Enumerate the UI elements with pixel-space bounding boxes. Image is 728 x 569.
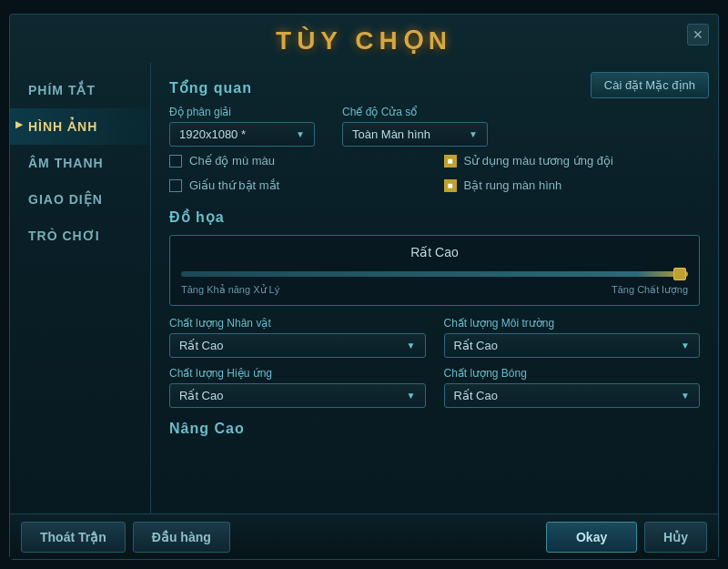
checkbox-su-dung-mau[interactable]: ■ Sử dụng màu tương ứng đội — [444, 154, 701, 168]
sidebar: PHÍM TẮT HÌNH ẢNH ÂM THANH GIAO DIỆN TRÒ… — [10, 63, 151, 516]
quality-moi-truong-label: Chất lượng Môi trường — [444, 317, 701, 330]
quality-hieu-ung-value: Rất Cao — [179, 389, 223, 402]
quality-bong: Chất lượng Bóng Rất Cao ▼ — [444, 367, 701, 408]
window-mode-group: Chế độ Cửa sổ Toàn Màn hình ▼ — [342, 106, 488, 147]
quality-moi-truong-value: Rất Cao — [454, 339, 498, 352]
quality-nhan-vat-value: Rất Cao — [179, 339, 223, 352]
quality-moi-truong-arrow-icon: ▼ — [681, 340, 690, 351]
quality-moi-truong: Chất lượng Môi trường Rất Cao ▼ — [444, 317, 701, 358]
quality-nhan-vat: Chất lượng Nhân vật Rất Cao ▼ — [169, 317, 426, 358]
quality-bong-value: Rất Cao — [454, 389, 498, 402]
quality-nhan-vat-dropdown[interactable]: Rất Cao ▼ — [169, 333, 426, 358]
slider-left-label: Tăng Khả năng Xử Lý — [181, 284, 279, 296]
checkbox-bat-rung-box[interactable]: ■ — [444, 179, 457, 192]
close-icon: ✕ — [693, 27, 703, 42]
title-bar: TÙY CHỌN ✕ — [10, 15, 718, 63]
checkbox-giau-thu-box[interactable] — [169, 179, 182, 192]
window-mode-arrow-icon: ▼ — [469, 129, 478, 139]
huy-button[interactable]: Hủy — [644, 522, 707, 553]
graphics-quality-label: Rất Cao — [181, 245, 688, 259]
quality-slider[interactable] — [181, 267, 688, 281]
resolution-group: Độ phân giải 1920x1080 * ▼ — [169, 106, 315, 147]
quality-bong-arrow-icon: ▼ — [681, 391, 690, 401]
slider-thumb — [673, 268, 686, 280]
sidebar-item-phim-tat[interactable]: PHÍM TẮT — [10, 72, 150, 108]
main-panel: Cài đặt Mặc định Tổng quan Độ phân giải … — [151, 63, 718, 516]
section-nang-cao-title: Nâng Cao — [169, 421, 700, 437]
resolution-arrow-icon: ▼ — [296, 129, 305, 139]
sidebar-item-tro-choi[interactable]: TRÒ CHƠI — [10, 218, 150, 254]
thoat-tran-button[interactable]: Thoát Trận — [21, 522, 126, 553]
footer: Thoát Trận Đầu hàng Okay Hủy — [10, 513, 718, 559]
window-mode-dropdown[interactable]: Toàn Màn hình ▼ — [342, 122, 488, 147]
checkbox-giau-thu-label: Giấu thứ bật mắt — [189, 178, 279, 192]
checkbox-grid: Chế độ mù màu ■ Sử dụng màu tương ứng độ… — [169, 154, 700, 198]
quality-hieu-ung-arrow-icon: ▼ — [407, 391, 416, 401]
quality-hieu-ung: Chất lượng Hiệu ứng Rất Cao ▼ — [169, 367, 426, 408]
section-do-hoa-title: Đồ họa — [169, 208, 700, 226]
reset-button[interactable]: Cài đặt Mặc định — [591, 72, 709, 98]
quality-moi-truong-dropdown[interactable]: Rất Cao ▼ — [444, 333, 701, 358]
resolution-dropdown[interactable]: 1920x1080 * ▼ — [169, 122, 315, 147]
quality-hieu-ung-label: Chất lượng Hiệu ứng — [169, 367, 426, 380]
checkbox-che-do-mu-mau-box[interactable] — [169, 155, 182, 168]
quality-bong-label: Chất lượng Bóng — [444, 367, 701, 380]
sidebar-item-hinh-anh[interactable]: HÌNH ẢNH — [10, 108, 150, 145]
slider-right-label: Tăng Chất lượng — [612, 284, 688, 296]
checkbox-su-dung-mau-label: Sử dụng màu tương ứng đội — [464, 154, 613, 168]
graphics-box: Rất Cao Tăng Khả năng Xử Lý Tăng Chất lư… — [169, 235, 700, 306]
quality-grid: Chất lượng Nhân vật Rất Cao ▼ Chất lượng… — [169, 317, 700, 408]
checkbox-bat-rung-label: Bật rung màn hình — [464, 178, 562, 192]
checkbox-bat-rung[interactable]: ■ Bật rung màn hình — [444, 178, 701, 192]
window-mode-label: Chế độ Cửa sổ — [342, 106, 488, 118]
quality-nhan-vat-label: Chất lượng Nhân vật — [169, 317, 426, 330]
checkbox-che-do-mu-mau[interactable]: Chế độ mù màu — [169, 154, 426, 168]
sidebar-item-am-thanh[interactable]: ÂM THANH — [10, 145, 150, 181]
slider-labels: Tăng Khả năng Xử Lý Tăng Chất lượng — [181, 284, 688, 296]
resolution-row: Độ phân giải 1920x1080 * ▼ Chế độ Cửa sổ… — [169, 106, 700, 147]
content-area: PHÍM TẮT HÌNH ẢNH ÂM THANH GIAO DIỆN TRÒ… — [10, 63, 718, 516]
modal-container: TÙY CHỌN ✕ PHÍM TẮT HÌNH ẢNH ÂM THANH GI… — [9, 14, 719, 560]
close-button[interactable]: ✕ — [687, 24, 709, 46]
checkbox-giau-thu[interactable]: Giấu thứ bật mắt — [169, 178, 426, 192]
checkbox-che-do-mu-mau-label: Chế độ mù màu — [189, 154, 275, 168]
slider-track — [181, 271, 688, 277]
sidebar-item-giao-dien[interactable]: GIAO DIỆN — [10, 181, 150, 218]
checkbox-su-dung-mau-box[interactable]: ■ — [444, 155, 457, 168]
graphics-section: Đồ họa Rất Cao Tăng Khả năng Xử Lý Tăng … — [169, 208, 700, 408]
page-title: TÙY CHỌN — [10, 25, 718, 56]
window-mode-value: Toàn Màn hình — [352, 127, 430, 141]
quality-nhan-vat-arrow-icon: ▼ — [407, 340, 416, 351]
quality-hieu-ung-dropdown[interactable]: Rất Cao ▼ — [169, 383, 426, 408]
dau-hang-button[interactable]: Đầu hàng — [133, 522, 230, 553]
resolution-value: 1920x1080 * — [179, 127, 246, 141]
okay-button[interactable]: Okay — [546, 522, 637, 553]
resolution-label: Độ phân giải — [169, 106, 315, 118]
quality-bong-dropdown[interactable]: Rất Cao ▼ — [444, 383, 701, 408]
